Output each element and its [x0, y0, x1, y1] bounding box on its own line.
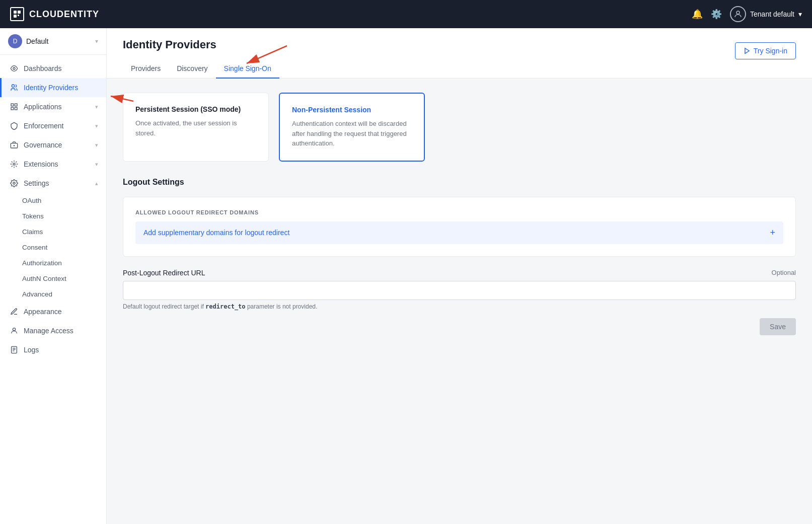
- extensions-chevron-icon: ▾: [95, 161, 98, 168]
- applications-chevron-icon: ▾: [95, 104, 98, 110]
- sidebar-item-extensions-label: Extensions: [24, 160, 90, 168]
- sidebar-subitem-advanced[interactable]: Advanced: [22, 286, 106, 302]
- sidebar-item-manage-access[interactable]: Manage Access: [0, 321, 106, 340]
- sidebar-item-logs-label: Logs: [24, 346, 98, 354]
- logout-settings-title: Logout Settings: [123, 178, 796, 187]
- grid-icon: [10, 102, 19, 111]
- sidebar-subitem-tokens[interactable]: Tokens: [22, 208, 106, 224]
- sidebar: D Default ▾ Dashboards Identity Provider…: [0, 28, 107, 524]
- sidebar-item-manage-access-label: Manage Access: [24, 327, 98, 335]
- eye-icon: [10, 64, 19, 73]
- sidebar-item-governance-label: Governance: [24, 141, 90, 149]
- brand-logo-icon: [10, 7, 24, 21]
- tenant-selector[interactable]: Tenant default ▾: [730, 6, 802, 22]
- sidebar-item-settings-label: Settings: [24, 179, 90, 187]
- manage-access-icon: [10, 326, 19, 335]
- post-logout-field-row: Post-Logout Redirect URL Optional Defaul…: [123, 269, 796, 310]
- content-area: Identity Providers Providers Discovery S…: [107, 28, 812, 524]
- sidebar-item-enforcement[interactable]: Enforcement ▾: [0, 116, 106, 135]
- allowed-domains-label: ALLOWED LOGOUT REDIRECT DOMAINS: [135, 209, 783, 215]
- content-body: Persistent Session (SSO mode) Once activ…: [107, 79, 812, 332]
- sidebar-item-applications[interactable]: Applications ▾: [0, 97, 106, 116]
- sidebar-item-governance[interactable]: Governance ▾: [0, 135, 106, 155]
- logout-settings-card: ALLOWED LOGOUT REDIRECT DOMAINS Add supp…: [123, 197, 796, 257]
- sidebar-subitem-authorization[interactable]: Authorization: [22, 255, 106, 271]
- navbar: CLOUDENTITY 🔔 ⚙️ Tenant default ▾: [0, 0, 812, 28]
- appearance-icon: [10, 307, 19, 316]
- svg-marker-21: [745, 48, 749, 54]
- main-layout: D Default ▾ Dashboards Identity Provider…: [0, 28, 812, 524]
- shield-icon: [10, 121, 19, 130]
- brand-name: CLOUDENTITY: [29, 9, 99, 20]
- non-persistent-session-desc: Authentication context will be discarded…: [292, 119, 412, 148]
- sidebar-item-dashboards[interactable]: Dashboards: [0, 59, 106, 78]
- svg-rect-3: [18, 15, 19, 16]
- add-domain-plus-icon: +: [770, 228, 775, 238]
- tenant-avatar: [730, 6, 746, 22]
- governance-icon: [10, 140, 19, 149]
- add-domain-text: Add supplementary domains for logout red…: [143, 229, 289, 237]
- persistent-session-desc: Once activated, the user session is stor…: [135, 118, 256, 138]
- workspace-name: Default: [26, 37, 91, 45]
- non-persistent-session-card[interactable]: Non-Persistent Session Authentication co…: [279, 93, 425, 162]
- extensions-icon: [10, 160, 19, 169]
- tab-single-sign-on[interactable]: Single Sign-On: [216, 59, 279, 79]
- post-logout-optional: Optional: [772, 269, 796, 276]
- navbar-right: 🔔 ⚙️ Tenant default ▾: [692, 6, 802, 22]
- svg-rect-0: [14, 11, 17, 14]
- tab-discovery[interactable]: Discovery: [169, 59, 215, 79]
- sidebar-item-settings[interactable]: Settings ▴: [0, 174, 106, 193]
- sidebar-item-applications-label: Applications: [24, 103, 90, 111]
- post-logout-label-row: Post-Logout Redirect URL Optional: [123, 269, 796, 277]
- tenant-chevron-icon: ▾: [798, 10, 802, 18]
- sidebar-subitem-oauth[interactable]: OAuth: [22, 193, 106, 208]
- post-logout-hint: Default logout redirect target if redire…: [123, 303, 796, 310]
- sidebar-item-extensions[interactable]: Extensions ▾: [0, 155, 106, 174]
- settings-menu-icon: [10, 179, 19, 188]
- sidebar-subitem-consent[interactable]: Consent: [22, 240, 106, 255]
- sidebar-item-enforcement-label: Enforcement: [24, 122, 90, 130]
- sidebar-item-logs[interactable]: Logs: [0, 340, 106, 359]
- workspace-selector[interactable]: D Default ▾: [0, 28, 106, 55]
- notification-icon[interactable]: 🔔: [692, 9, 703, 20]
- session-cards: Persistent Session (SSO mode) Once activ…: [123, 93, 796, 162]
- add-domain-row[interactable]: Add supplementary domains for logout red…: [135, 221, 783, 244]
- navbar-left: CLOUDENTITY: [10, 7, 99, 21]
- settings-submenu: OAuth Tokens Claims Consent Authorizatio…: [0, 193, 106, 302]
- sidebar-item-appearance-label: Appearance: [24, 308, 98, 316]
- svg-point-4: [736, 11, 740, 14]
- svg-rect-7: [11, 104, 14, 106]
- sidebar-subitem-claims[interactable]: Claims: [22, 224, 106, 240]
- svg-point-16: [13, 328, 15, 331]
- post-logout-label: Post-Logout Redirect URL: [123, 269, 205, 277]
- users-icon: [10, 83, 19, 92]
- svg-point-5: [13, 67, 15, 69]
- sidebar-nav: Dashboards Identity Providers Applicatio…: [0, 55, 106, 524]
- svg-rect-10: [15, 107, 17, 110]
- settings-icon[interactable]: ⚙️: [711, 9, 722, 20]
- persistent-session-card[interactable]: Persistent Session (SSO mode) Once activ…: [123, 93, 269, 162]
- sidebar-subitem-authn-context[interactable]: AuthN Context: [22, 271, 106, 286]
- enforcement-chevron-icon: ▾: [95, 123, 98, 129]
- tenant-label: Tenant default: [750, 10, 794, 18]
- content-header-left: Identity Providers Providers Discovery S…: [123, 38, 279, 78]
- svg-point-14: [13, 163, 15, 165]
- sidebar-item-appearance[interactable]: Appearance: [0, 302, 106, 321]
- save-button[interactable]: Save: [760, 318, 796, 335]
- tabs: Providers Discovery Single Sign-On: [123, 59, 279, 78]
- sidebar-item-identity-providers[interactable]: Identity Providers: [0, 78, 106, 97]
- tab-providers[interactable]: Providers: [123, 59, 169, 79]
- workspace-chevron-icon: ▾: [95, 38, 98, 45]
- svg-rect-2: [14, 15, 17, 18]
- try-signin-button[interactable]: Try Sign-in: [735, 42, 796, 59]
- governance-chevron-icon: ▾: [95, 142, 98, 148]
- svg-rect-1: [18, 11, 21, 14]
- svg-point-15: [13, 182, 15, 184]
- post-logout-input[interactable]: [123, 281, 796, 300]
- workspace-icon: D: [8, 34, 22, 48]
- page-title: Identity Providers: [123, 38, 279, 51]
- svg-rect-9: [11, 107, 14, 110]
- sidebar-item-identity-providers-label: Identity Providers: [24, 84, 98, 92]
- svg-point-6: [12, 85, 14, 87]
- persistent-session-title: Persistent Session (SSO mode): [135, 105, 256, 113]
